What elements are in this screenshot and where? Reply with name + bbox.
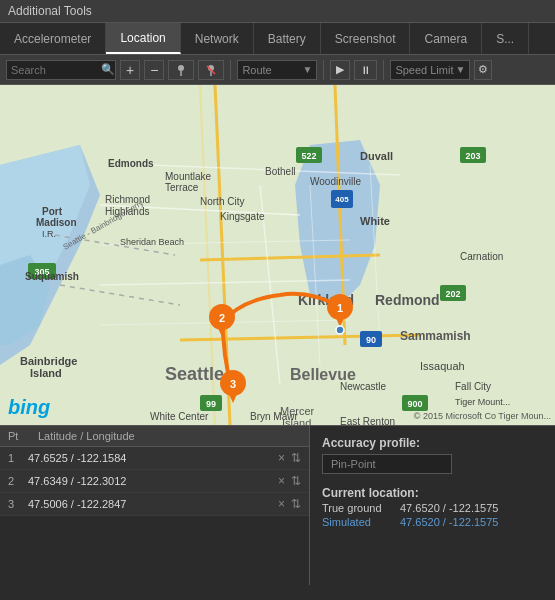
waypoint-row: 2 47.6349 / -122.3012 × ⇅ — [0, 470, 309, 493]
pin-icon — [174, 63, 188, 77]
svg-text:Kingsgate: Kingsgate — [220, 211, 265, 222]
waypoint-add-button[interactable] — [168, 60, 194, 80]
divider-3 — [383, 60, 384, 80]
svg-text:900: 900 — [407, 399, 422, 409]
zoom-in-button[interactable]: + — [120, 60, 140, 80]
header-latlon: Latitude / Longitude — [38, 430, 301, 442]
title-label: Additional Tools — [8, 4, 92, 18]
waypoint-coords: 47.6349 / -122.3012 — [28, 475, 278, 487]
true-ground-type: True ground — [322, 502, 392, 514]
tab-camera[interactable]: Camera — [410, 23, 482, 54]
map-svg: 305 522 203 405 90 202 900 99 Port Madis… — [0, 85, 555, 425]
tab-bar: Accelerometer Location Network Battery S… — [0, 23, 555, 55]
svg-text:405: 405 — [335, 195, 349, 204]
waypoint-number: 3 — [8, 498, 28, 510]
waypoints-header: Pt Latitude / Longitude — [0, 426, 309, 447]
speed-extra-button[interactable]: ⚙ — [474, 60, 492, 80]
route-dropdown-arrow: ▼ — [302, 64, 312, 75]
waypoint-number: 1 — [8, 452, 28, 464]
tab-location[interactable]: Location — [106, 23, 180, 54]
tab-screenshot[interactable]: Screenshot — [321, 23, 411, 54]
svg-text:Sheridan Beach: Sheridan Beach — [120, 237, 184, 247]
waypoint-coords: 47.6525 / -122.1584 — [28, 452, 278, 464]
accuracy-section: Accuracy profile: Pin-Point — [322, 436, 543, 474]
waypoint-reorder-button[interactable]: ⇅ — [291, 474, 301, 488]
tab-accelerometer[interactable]: Accelerometer — [0, 23, 106, 54]
svg-point-80 — [336, 326, 344, 334]
pin-remove-icon — [204, 63, 218, 77]
simulated-type: Simulated — [322, 516, 392, 528]
bing-logo: bing — [8, 396, 50, 419]
search-icon: 🔍 — [101, 63, 115, 76]
zoom-out-button[interactable]: − — [144, 60, 164, 80]
waypoints-panel: Pt Latitude / Longitude 1 47.6525 / -122… — [0, 426, 310, 585]
route-dropdown[interactable]: Route ▼ — [237, 60, 317, 80]
map-container[interactable]: 305 522 203 405 90 202 900 99 Port Madis… — [0, 85, 555, 425]
true-ground-coords: 47.6520 / -122.1575 — [400, 502, 498, 514]
svg-text:Edmonds: Edmonds — [108, 158, 154, 169]
svg-text:Terrace: Terrace — [165, 182, 199, 193]
svg-text:Mountlake: Mountlake — [165, 171, 212, 182]
waypoint-delete-button[interactable]: × — [278, 451, 285, 465]
bottom-panel: Pt Latitude / Longitude 1 47.6525 / -122… — [0, 425, 555, 585]
svg-text:Woodinville: Woodinville — [310, 176, 361, 187]
svg-text:Duvall: Duvall — [360, 150, 393, 162]
svg-text:White: White — [360, 215, 390, 227]
svg-text:Redmond: Redmond — [375, 292, 440, 308]
true-ground-row: True ground 47.6520 / -122.1575 — [322, 502, 543, 514]
waypoint-row: 3 47.5006 / -122.2847 × ⇅ — [0, 493, 309, 516]
svg-text:White Center: White Center — [150, 411, 209, 422]
svg-text:Bothell: Bothell — [265, 166, 296, 177]
svg-text:Fall City: Fall City — [455, 381, 491, 392]
divider-1 — [230, 60, 231, 80]
svg-text:203: 203 — [465, 151, 480, 161]
svg-text:Madison: Madison — [36, 217, 77, 228]
tab-network[interactable]: Network — [181, 23, 254, 54]
right-panel: Accuracy profile: Pin-Point Current loca… — [310, 426, 555, 585]
search-box[interactable]: 🔍 — [6, 60, 116, 80]
waypoint-reorder-button[interactable]: ⇅ — [291, 451, 301, 465]
tab-more[interactable]: S... — [482, 23, 529, 54]
svg-text:Island: Island — [30, 367, 62, 379]
current-location-label: Current location: — [322, 486, 543, 500]
svg-text:Port: Port — [42, 206, 63, 217]
play-button[interactable]: ▶ — [330, 60, 350, 80]
waypoint-number: 2 — [8, 475, 28, 487]
svg-point-0 — [178, 65, 184, 71]
svg-text:East Renton: East Renton — [340, 416, 395, 425]
svg-text:Newcastle: Newcastle — [340, 381, 387, 392]
simulated-row: Simulated 47.6520 / -122.1575 — [322, 516, 543, 528]
waypoint-coords: 47.5006 / -122.2847 — [28, 498, 278, 510]
waypoint-delete-button[interactable]: × — [278, 474, 285, 488]
waypoint-row: 1 47.6525 / -122.1584 × ⇅ — [0, 447, 309, 470]
map-copyright: © 2015 Microsoft Co Tiger Moun... — [414, 411, 551, 421]
svg-text:Sammamish: Sammamish — [400, 329, 471, 343]
pause-button[interactable]: ⏸ — [354, 60, 377, 80]
tab-battery[interactable]: Battery — [254, 23, 321, 54]
toolbar: 🔍 + − Route ▼ ▶ ⏸ Speed Limit ▼ ⚙ — [0, 55, 555, 85]
accuracy-profile-label: Accuracy profile: — [322, 436, 543, 450]
svg-text:North City: North City — [200, 196, 244, 207]
svg-text:90: 90 — [366, 335, 376, 345]
search-input[interactable] — [11, 64, 101, 76]
divider-2 — [323, 60, 324, 80]
svg-text:Suquamish: Suquamish — [25, 271, 79, 282]
simulated-coords: 47.6520 / -122.1575 — [400, 516, 498, 528]
svg-text:3: 3 — [230, 378, 236, 390]
svg-text:2: 2 — [219, 312, 225, 324]
waypoint-remove-button[interactable] — [198, 60, 224, 80]
svg-text:Seattle: Seattle — [165, 364, 224, 384]
svg-text:Carnation: Carnation — [460, 251, 503, 262]
svg-text:Mercer: Mercer — [280, 405, 315, 417]
current-location-section: Current location: True ground 47.6520 / … — [322, 482, 543, 528]
svg-text:99: 99 — [206, 399, 216, 409]
accuracy-profile-value: Pin-Point — [322, 454, 452, 474]
waypoint-reorder-button[interactable]: ⇅ — [291, 497, 301, 511]
waypoint-delete-button[interactable]: × — [278, 497, 285, 511]
svg-text:I.R.: I.R. — [42, 229, 56, 239]
svg-text:202: 202 — [445, 289, 460, 299]
waypoints-list: 1 47.6525 / -122.1584 × ⇅ 2 47.6349 / -1… — [0, 447, 309, 585]
speed-dropdown[interactable]: Speed Limit ▼ — [390, 60, 470, 80]
title-bar: Additional Tools — [0, 0, 555, 23]
speed-dropdown-arrow: ▼ — [455, 64, 465, 75]
